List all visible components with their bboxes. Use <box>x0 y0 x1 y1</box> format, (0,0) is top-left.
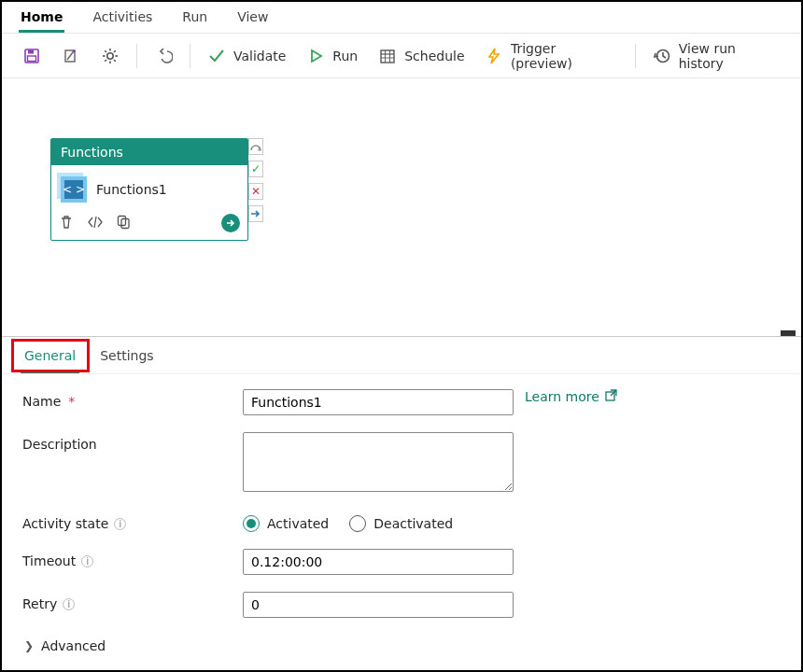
run-label: Run <box>332 49 358 63</box>
deactivated-label: Deactivated <box>373 516 453 531</box>
svg-line-12 <box>114 50 116 52</box>
svg-rect-1 <box>28 49 34 53</box>
handle-success-icon[interactable]: ✓ <box>248 161 263 177</box>
radio-deactivated[interactable]: Deactivated <box>349 515 453 532</box>
radio-activated[interactable]: Activated <box>243 515 329 532</box>
properties-tabs: General Settings <box>2 337 801 374</box>
info-icon[interactable]: i <box>114 518 126 530</box>
history-button[interactable]: View run history <box>645 37 788 75</box>
code-icon[interactable] <box>87 216 104 231</box>
activity-handles: ✓ ✕ <box>248 138 263 222</box>
name-input[interactable] <box>243 389 514 415</box>
toolbar-separator <box>136 44 137 68</box>
undo-icon <box>154 47 173 65</box>
tab-general[interactable]: General <box>21 344 79 373</box>
trigger-button[interactable]: Trigger (preview) <box>478 37 626 75</box>
advanced-label: Advanced <box>41 638 106 653</box>
run-button[interactable]: Run <box>299 43 365 69</box>
schedule-button[interactable]: Schedule <box>371 43 472 69</box>
learn-more-label: Learn more <box>525 389 599 404</box>
radio-dot-icon <box>349 515 366 532</box>
calendar-icon <box>378 47 397 65</box>
description-label: Description <box>22 437 97 452</box>
handle-failure-icon[interactable]: ✕ <box>248 183 263 200</box>
learn-more-link[interactable]: Learn more <box>525 389 617 404</box>
check-icon <box>207 47 226 65</box>
properties-panel: General Settings Name * Learn more Descr… <box>2 336 801 665</box>
chevron-right-icon: ❯ <box>24 639 34 652</box>
timeout-label: Timeout <box>22 553 76 568</box>
activity-type-label: Functions <box>51 139 247 165</box>
gear-icon <box>101 47 120 65</box>
menu-bar: Home Activities Run View <box>2 2 801 34</box>
retry-input[interactable] <box>243 592 514 618</box>
required-marker: * <box>68 394 75 409</box>
pipeline-canvas[interactable]: Functions < > Functions1 <box>2 78 801 336</box>
lightning-icon <box>486 47 503 65</box>
delete-icon[interactable] <box>59 215 74 232</box>
activity-run-icon[interactable] <box>221 214 240 232</box>
menu-activities[interactable]: Activities <box>91 7 154 33</box>
radio-dot-icon <box>243 515 260 532</box>
history-label: View run history <box>679 41 781 71</box>
svg-rect-13 <box>381 50 394 63</box>
copy-icon[interactable] <box>117 215 131 232</box>
tab-settings[interactable]: Settings <box>96 344 157 373</box>
validate-label: Validate <box>233 49 286 63</box>
save-button[interactable] <box>15 43 49 69</box>
svg-line-10 <box>114 60 116 62</box>
trigger-label: Trigger (preview) <box>511 41 618 71</box>
toolbar: Validate Run Schedule Trigger (preview) … <box>2 34 801 78</box>
svg-point-4 <box>107 52 113 58</box>
name-label: Name <box>22 394 61 409</box>
settings-button[interactable] <box>93 43 127 69</box>
activity-body: < > Functions1 <box>51 165 247 208</box>
publish-button[interactable] <box>54 43 88 69</box>
menu-home[interactable]: Home <box>19 7 64 33</box>
advanced-toggle[interactable]: ❯ Advanced <box>24 638 106 653</box>
retry-label: Retry <box>22 596 57 611</box>
save-icon <box>22 47 41 65</box>
timeout-input[interactable] <box>243 549 514 575</box>
schedule-label: Schedule <box>404 49 464 63</box>
activity-name: Functions1 <box>96 182 167 197</box>
svg-line-9 <box>105 50 106 52</box>
info-icon[interactable]: i <box>63 598 75 610</box>
activated-label: Activated <box>267 516 329 531</box>
info-icon[interactable]: i <box>81 555 93 567</box>
svg-point-3 <box>72 49 75 52</box>
panel-splitter[interactable] <box>781 330 796 336</box>
general-form: Name * Learn more Description <box>2 374 801 653</box>
external-link-icon <box>605 389 617 404</box>
activity-state-group: Activated Deactivated <box>243 511 514 532</box>
handle-completion-icon[interactable] <box>248 205 263 222</box>
functions-icon: < > <box>61 176 87 203</box>
handle-skip-icon[interactable] <box>248 138 263 155</box>
publish-icon <box>62 47 80 65</box>
svg-line-11 <box>105 60 106 62</box>
undo-button[interactable] <box>147 43 180 69</box>
activity-card[interactable]: Functions < > Functions1 <box>50 138 248 241</box>
toolbar-separator <box>635 44 636 68</box>
activity-state-label: Activity state <box>22 516 108 531</box>
history-icon <box>653 47 671 65</box>
description-input[interactable] <box>243 432 514 492</box>
validate-button[interactable]: Validate <box>200 43 293 69</box>
activity-footer <box>51 208 247 240</box>
toolbar-separator <box>190 44 190 68</box>
menu-view[interactable]: View <box>235 7 270 33</box>
play-icon <box>306 47 325 65</box>
menu-run[interactable]: Run <box>180 7 209 33</box>
svg-rect-2 <box>28 56 36 62</box>
